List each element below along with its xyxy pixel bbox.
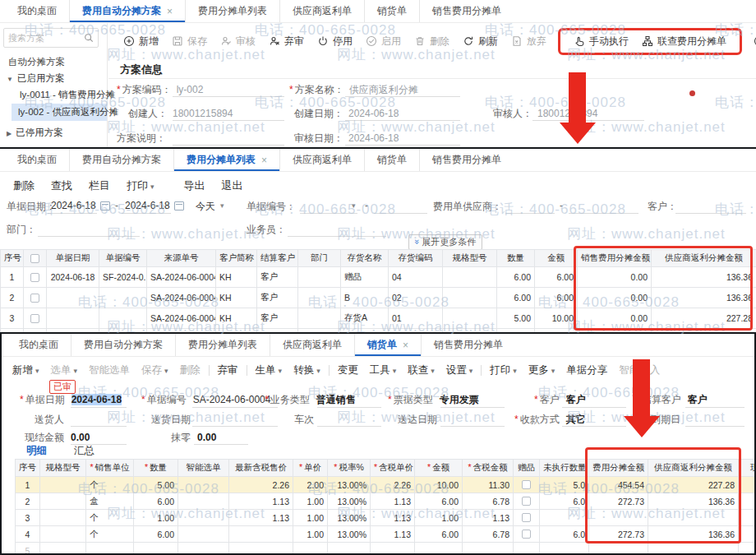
tab[interactable]: 费用分摊单列表× (173, 149, 279, 171)
supplier-from-input[interactable] (505, 213, 555, 214)
row-checkbox[interactable] (30, 314, 39, 323)
menu-item[interactable]: 查找 (43, 178, 81, 193)
tab[interactable]: 费用自动分摊方案 (69, 149, 173, 171)
train-field[interactable]: 车次 (294, 413, 314, 427)
menu-item[interactable]: 打印▾ (118, 178, 163, 193)
tab[interactable]: 供应商返利单 (279, 0, 364, 22)
table-row[interactable]: 5 (16, 543, 756, 554)
disable-button[interactable]: 停用 (311, 35, 359, 49)
row-checkbox[interactable] (30, 294, 39, 303)
tab[interactable]: 费用分摊单列表 (175, 334, 270, 356)
arrive-date-field[interactable]: 送达日期 (398, 413, 437, 427)
invoice-type-field[interactable]: *票据类型专用发票 (388, 393, 479, 407)
table-row[interactable]: 12024-06-18SF-2024-0...SA-2024-06-0004KH… (1, 267, 756, 288)
refresh-button[interactable]: 刷新 (456, 35, 505, 49)
menu-item[interactable]: 单据分享 (560, 363, 613, 377)
menu-item[interactable]: 变更 (332, 363, 364, 377)
table-row[interactable]: 2盒6.001.131.0013.00%1.136.006.786.0272.7… (16, 493, 756, 510)
tree-group-enabled[interactable]: ▼已启用方案 (7, 72, 64, 85)
menu-item[interactable]: 转换▾ (288, 363, 326, 377)
tab[interactable]: 我的桌面 (5, 0, 69, 22)
payment-field[interactable]: *收款方式其它 (514, 413, 586, 427)
table-row[interactable]: 3SA-2024-06-0004KH客户存货A015.0010.000.0022… (1, 308, 756, 329)
menu-item[interactable]: 退出 (214, 178, 251, 193)
tree-item-ly-0011[interactable]: ly-0011 - 销售费用分摊 (20, 89, 115, 101)
date-preset-select[interactable]: 今天 (196, 200, 215, 214)
customer-input[interactable] (675, 213, 746, 214)
tab[interactable]: 销售费用分摊单 (419, 149, 514, 171)
tab-summary[interactable]: 汇总 (74, 444, 94, 458)
date-to-input[interactable]: 2024-6-18 (125, 200, 170, 211)
menu-item[interactable]: 设置▾ (440, 363, 479, 377)
menu-item[interactable]: 更多▾ (523, 363, 561, 377)
cash-amount-field[interactable]: 现结金额0.00 (25, 431, 90, 445)
expand-more-button[interactable]: »展开更多条件 (408, 234, 482, 250)
tab[interactable]: 费用分摊单列表 (185, 0, 279, 22)
manual-run-button[interactable]: 手动执行 (567, 35, 635, 49)
calendar-icon[interactable] (100, 201, 110, 210)
scheme-code-field[interactable]: *方案编码：ly-002 (117, 83, 203, 97)
tab[interactable]: 费用自动分摊方案× (69, 0, 185, 22)
menu-item[interactable]: 删除 (174, 363, 206, 377)
tab-close-icon[interactable]: × (403, 340, 408, 351)
tab[interactable]: 销货单 (364, 149, 419, 171)
table-row[interactable]: 4个6.001.0013.00%1.136.006.786.0272.73136… (16, 526, 756, 543)
tab[interactable]: 费用自动分摊方案 (71, 334, 175, 356)
enable-button[interactable]: 启用 (359, 35, 408, 49)
scheme-name-field[interactable]: *方案名称：供应商返利分摊 (289, 83, 418, 97)
round-off-field[interactable]: 抹零0.00 (171, 431, 216, 445)
menu-item[interactable]: 联查▾ (402, 363, 440, 377)
table-row[interactable]: 3个1.001.131.0013.00%1.131.001.13 (16, 510, 756, 526)
deliverer-field[interactable]: 送货人 (35, 413, 71, 427)
menu-item[interactable]: 工具▾ (364, 363, 403, 377)
billno-to-input[interactable] (374, 213, 427, 214)
row-checkbox[interactable] (522, 497, 531, 506)
calendar-icon[interactable] (174, 201, 184, 210)
discard-button[interactable]: 放弃 (505, 35, 553, 49)
menu-item[interactable]: 删除 (5, 178, 43, 193)
unaudit-button[interactable]: 弃审 (262, 35, 311, 49)
bill-date-field[interactable]: *单据日期2024-06-18 (20, 393, 122, 407)
new-button[interactable]: 新增 (117, 35, 165, 49)
view-allocation-button[interactable]: 联查费用分摊单 (635, 35, 733, 49)
menu-item[interactable]: 生单▾ (250, 363, 288, 377)
menu-item[interactable]: 导出 (176, 178, 214, 193)
tree-item-ly-002[interactable]: ly-002 - 供应商返利分摊 (12, 104, 107, 121)
menu-item[interactable]: 智能选单 (83, 363, 136, 377)
row-checkbox[interactable] (522, 530, 531, 539)
tab[interactable]: 供应商返利单 (270, 334, 354, 356)
supplier-to-input[interactable] (569, 213, 638, 214)
tab[interactable]: 销货单× (354, 334, 421, 356)
menu-item[interactable]: 弃审 (212, 363, 244, 377)
date-from-input[interactable]: 2024-6-18 (51, 200, 96, 211)
tab[interactable]: 销售费用分摊单 (421, 334, 515, 356)
select-all-checkbox[interactable] (30, 254, 39, 263)
delete-button[interactable]: 删除 (408, 35, 456, 49)
menu-item[interactable]: 新增▾ (7, 363, 45, 377)
row-checkbox[interactable] (522, 480, 531, 489)
menu-item[interactable]: 选单▾ (45, 363, 84, 377)
dept-input[interactable] (38, 236, 140, 237)
bill-no-field[interactable]: *单据编号SA-2024-06-0004 (141, 393, 270, 407)
menu-item[interactable]: 保存▾ (136, 363, 174, 377)
tab[interactable]: 我的桌面 (5, 149, 69, 171)
audit-button[interactable]: 审核 (214, 35, 262, 49)
tab[interactable]: 销货单 (364, 0, 419, 22)
tab[interactable]: 我的桌面 (7, 334, 71, 356)
billno-from-input[interactable] (300, 213, 357, 214)
tab[interactable]: 销售费用分摊单 (419, 0, 514, 22)
table-row[interactable]: 1个5.002.262.0013.00%2.2610.0011.305.0454… (16, 477, 756, 493)
scheme-desc-field[interactable]: 方案说明： (117, 132, 171, 146)
menu-item[interactable]: 栏目 (81, 178, 118, 193)
row-checkbox[interactable] (30, 273, 39, 282)
tab-close-icon[interactable]: × (261, 155, 267, 166)
biz-type-field[interactable]: *业务类型普通销售 (265, 393, 356, 407)
tab-close-icon[interactable]: × (167, 6, 173, 17)
save-button[interactable]: 保存 (165, 35, 214, 49)
salesman-input[interactable] (288, 236, 386, 237)
delivery-date-field[interactable]: 送货日期 (151, 413, 191, 427)
search-input[interactable]: 搜索方案 (3, 28, 99, 48)
exit-button[interactable]: 退出 (747, 35, 756, 49)
customer-field[interactable]: *客户客户 (534, 393, 586, 407)
tree-group-disabled[interactable]: ▶已停用方案 (7, 127, 63, 139)
